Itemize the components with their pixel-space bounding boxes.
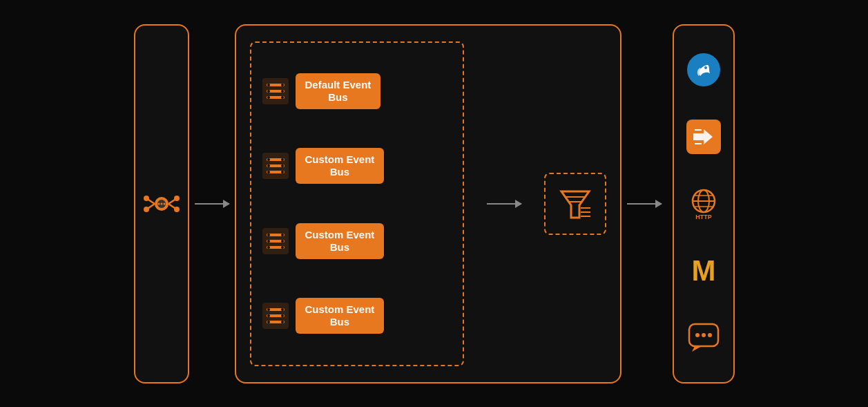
custom-bus-label-2: Custom EventBus	[296, 223, 385, 259]
svg-point-39	[267, 246, 270, 249]
svg-point-31	[281, 164, 284, 167]
custom-bus-label-1: Custom EventBus	[296, 148, 385, 184]
svg-point-11	[174, 196, 180, 201]
svg-point-38	[267, 240, 270, 243]
svg-point-73	[695, 333, 700, 337]
middle-outer-panel: Default EventBus Custom EventBus	[235, 24, 621, 384]
arrow-middle-to-right	[627, 203, 662, 205]
default-bus-label: Default EventBus	[296, 73, 381, 109]
svg-point-60	[704, 66, 707, 69]
svg-point-22	[281, 96, 284, 99]
svg-point-75	[708, 333, 712, 337]
svg-point-48	[267, 314, 270, 317]
target-icon-4: M	[686, 253, 721, 287]
filter-icon	[554, 183, 596, 225]
svg-point-2	[157, 202, 160, 205]
middle-arrow-section	[487, 203, 521, 205]
svg-point-74	[702, 333, 706, 337]
custom-bus-label-3: Custom EventBus	[296, 298, 385, 334]
left-panel	[134, 24, 189, 384]
svg-point-30	[281, 158, 284, 161]
svg-point-3	[160, 202, 162, 205]
target-icon-2	[686, 120, 721, 154]
svg-point-12	[174, 207, 180, 212]
custom-event-bus-row-1: Custom EventBus	[262, 148, 385, 184]
svg-point-19	[267, 96, 270, 99]
svg-point-41	[281, 240, 284, 243]
svg-point-21	[281, 90, 284, 93]
svg-point-10	[144, 207, 149, 212]
svg-point-50	[281, 308, 284, 311]
arrow-left-to-middle	[195, 203, 229, 205]
svg-marker-53	[561, 191, 589, 218]
svg-text:M: M	[691, 254, 715, 287]
svg-point-49	[267, 321, 270, 323]
target-icon-3: HTTP	[686, 186, 721, 220]
svg-point-32	[281, 171, 284, 173]
hub-icon	[141, 183, 182, 225]
svg-point-37	[267, 234, 270, 236]
event-bus-icon-3	[262, 303, 289, 329]
event-bus-icon-default	[262, 78, 289, 104]
event-bus-icon-1	[262, 153, 289, 179]
filter-rule-box	[544, 173, 606, 235]
svg-point-28	[267, 164, 270, 167]
svg-point-52	[281, 321, 284, 323]
svg-point-17	[267, 84, 270, 86]
custom-event-bus-row-3: Custom EventBus	[262, 298, 385, 334]
right-panel: HTTP M	[673, 24, 735, 384]
event-bus-icon-2	[262, 228, 289, 254]
svg-point-9	[144, 196, 149, 201]
svg-point-18	[267, 90, 270, 93]
svg-point-27	[267, 158, 270, 161]
svg-point-29	[267, 171, 270, 173]
svg-point-42	[281, 246, 284, 249]
target-icon-5	[686, 320, 721, 354]
svg-text:HTTP: HTTP	[695, 214, 712, 220]
middle-arrow	[487, 203, 521, 205]
svg-point-20	[281, 84, 284, 86]
svg-point-40	[281, 234, 284, 236]
svg-point-47	[267, 308, 270, 311]
target-icon-1	[686, 53, 721, 87]
svg-point-4	[163, 202, 165, 205]
event-bus-container: Default EventBus Custom EventBus	[250, 41, 464, 366]
custom-event-bus-row-2: Custom EventBus	[262, 223, 385, 259]
default-event-bus-row: Default EventBus	[262, 73, 381, 109]
svg-point-51	[281, 314, 284, 317]
architecture-diagram: Default EventBus Custom EventBus	[20, 10, 849, 397]
